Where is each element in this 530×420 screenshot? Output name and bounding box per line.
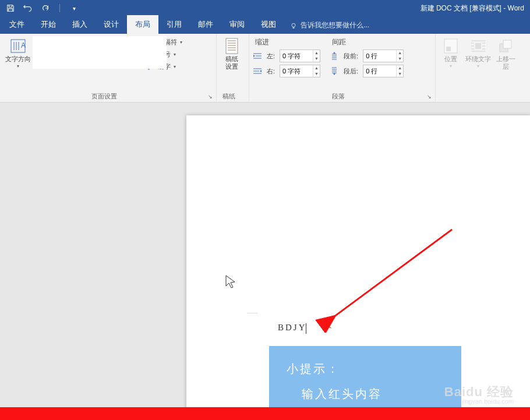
undo-icon[interactable]	[23, 3, 33, 13]
spacing-after-spinner[interactable]: ▲▼	[363, 65, 404, 77]
ribbon-tabs: 文件 开始 插入 设计 布局 引用 邮件 审阅 视图 告诉我您想要做什么...	[0, 16, 530, 34]
tab-view[interactable]: 视图	[253, 15, 284, 34]
tab-home[interactable]: 开始	[33, 15, 64, 34]
text-caret	[306, 323, 306, 334]
page-setup-launcher[interactable]: ↘	[208, 94, 215, 101]
tab-layout[interactable]: 布局	[127, 15, 158, 34]
group-manuscript-label: 稿纸	[217, 92, 241, 101]
document-workspace: BDJY 小提示： 输入红头内容 Baidu 经验 jingyan.baidu.…	[0, 103, 530, 420]
tip-title: 小提示：	[287, 361, 444, 377]
window-title: 新建 DOC 文档 [兼容模式] - Word	[421, 3, 524, 13]
group-manuscript: 稿纸 设置 稿纸	[217, 34, 249, 102]
position-button[interactable]: 位置 ▾	[439, 36, 462, 70]
indent-right-icon	[253, 66, 262, 76]
tip-body: 输入红头内容	[287, 386, 444, 402]
indent-right-spinner[interactable]: ▲▼	[280, 65, 320, 77]
text-direction-button[interactable]: A 文字方向 ▾	[3, 36, 33, 70]
blank-overlay	[33, 36, 167, 69]
group-arrange: 位置 ▾ 环绕文字 ▾ 上移一层	[436, 34, 529, 102]
indent-left-icon	[253, 51, 262, 61]
spacing-after-icon	[330, 66, 339, 76]
tab-design[interactable]: 设计	[96, 15, 127, 34]
mouse-cursor-icon	[224, 274, 236, 291]
quick-access-toolbar: ▾	[0, 3, 79, 13]
indent-header: 缩进	[253, 36, 320, 50]
indent-left-spinner[interactable]: ▲▼	[280, 50, 320, 62]
manuscript-settings-button[interactable]: 稿纸 设置	[220, 36, 243, 72]
bottom-red-bar	[0, 407, 530, 420]
group-page-setup-label: 页面设置	[0, 92, 208, 101]
spacing-before-icon	[330, 51, 339, 61]
svg-point-0	[292, 23, 295, 27]
tab-review[interactable]: 审阅	[221, 15, 253, 34]
spacing-before-spinner[interactable]: ▲▼	[363, 50, 404, 62]
tab-references[interactable]: 引用	[158, 15, 190, 34]
svg-rect-16	[446, 47, 451, 51]
redo-icon[interactable]	[41, 3, 50, 13]
bring-forward-button[interactable]: 上移一层	[494, 36, 517, 72]
tell-me-label: 告诉我您想要做什么...	[301, 20, 369, 30]
qat-customize-icon[interactable]: ▾	[69, 3, 79, 13]
tab-insert[interactable]: 插入	[64, 15, 96, 34]
svg-rect-17	[475, 43, 481, 49]
margin-corner-mark	[245, 301, 257, 313]
paragraph-launcher[interactable]: ↘	[427, 94, 434, 101]
tell-me-search[interactable]: 告诉我您想要做什么...	[290, 20, 369, 34]
group-paragraph: 缩进 左: ▲▼ 右: ▲▼ 间距 段前: ▲▼	[249, 34, 436, 102]
svg-rect-19	[503, 40, 511, 48]
save-icon[interactable]	[6, 3, 15, 13]
watermark: Baidu 经验 jingyan.baidu.com	[444, 387, 514, 406]
document-text[interactable]: BDJY	[278, 323, 307, 334]
tab-file[interactable]: 文件	[1, 15, 33, 34]
tab-mailings[interactable]: 邮件	[190, 15, 221, 34]
wrap-text-button[interactable]: 环绕文字 ▾	[464, 36, 493, 70]
group-paragraph-label: 段落	[249, 92, 427, 101]
title-bar: ▾ 新建 DOC 文档 [兼容模式] - Word	[0, 0, 530, 16]
spacing-header: 间距	[330, 36, 404, 50]
svg-text:A: A	[21, 41, 26, 50]
